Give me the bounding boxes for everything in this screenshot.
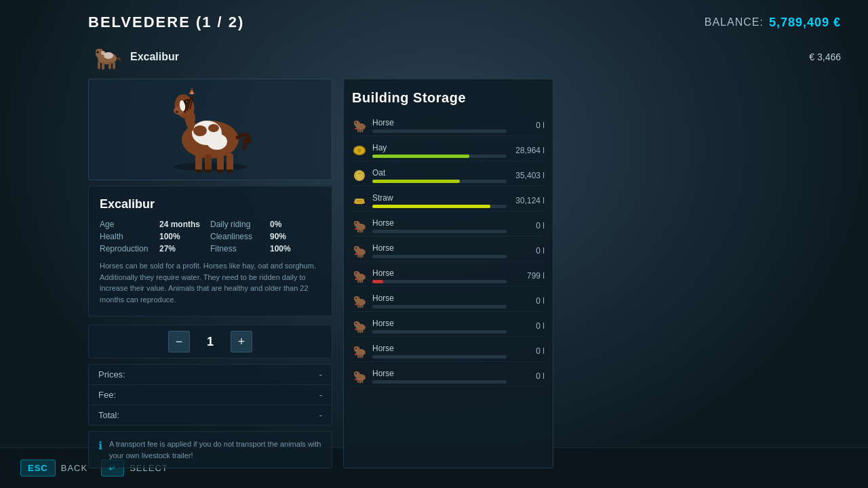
storage-item-name: Straw (372, 193, 507, 203)
storage-item-amount: 30,124 l (512, 196, 545, 205)
animal-description: Horses can be sold for a profit. Horses … (100, 260, 321, 305)
building-title: BELVEDERE (1 / 2) (88, 14, 244, 31)
stat-health-label: Health (100, 232, 154, 241)
storage-item: Oat 35,403 l (352, 165, 545, 186)
svg-rect-41 (355, 128, 357, 129)
svg-rect-89 (355, 329, 357, 330)
stat-age-value: 24 months (159, 220, 200, 229)
quantity-plus-button[interactable]: + (231, 331, 252, 352)
svg-rect-49 (354, 201, 365, 203)
svg-rect-101 (357, 380, 359, 383)
storage-item-info: Horse (372, 243, 507, 258)
fee-value: - (319, 390, 322, 400)
storage-item-amount: 0 l (512, 221, 545, 230)
storage-item-icon (352, 118, 367, 133)
animal-list-item[interactable]: Excalibur € 3,466 (0, 38, 868, 76)
stat-daily-riding-label: Daily riding (210, 220, 264, 229)
storage-item: Straw 30,124 l (352, 190, 545, 211)
svg-rect-54 (359, 230, 361, 233)
storage-item-icon (352, 168, 367, 183)
storage-bar (372, 330, 507, 333)
stat-health-value: 100% (159, 232, 180, 241)
storage-item-info: Horse (372, 319, 507, 333)
storage-item: Horse 0 l (352, 291, 545, 312)
storage-item-info: Hay (372, 143, 507, 158)
stat-daily-riding: Daily riding 0% (210, 220, 321, 229)
svg-rect-87 (361, 330, 363, 333)
svg-rect-94 (359, 355, 361, 359)
total-label: Total: (98, 410, 119, 420)
balance-section: BALANCE: 5,789,409 € (705, 16, 841, 30)
storage-item-icon (352, 143, 367, 158)
svg-rect-93 (357, 354, 359, 358)
stat-fitness-value: 100% (270, 244, 291, 253)
storage-item-amount: 0 l (512, 121, 545, 130)
svg-point-15 (207, 134, 227, 150)
total-row: Total: - (89, 405, 332, 425)
storage-item-name: Horse (372, 344, 507, 353)
main-wrapper: BELVEDERE (1 / 2) BALANCE: 5,789,409 € (0, 0, 868, 488)
storage-bar (372, 280, 507, 283)
fee-label: Fee: (98, 390, 116, 400)
svg-rect-103 (361, 380, 363, 384)
svg-rect-97 (355, 354, 357, 355)
storage-item-icon (352, 293, 367, 308)
stat-health: Health 100% (100, 232, 210, 241)
stat-daily-riding-value: 0% (270, 220, 281, 229)
storage-item-name: Horse (372, 218, 507, 228)
svg-rect-28 (226, 153, 233, 172)
svg-rect-86 (359, 330, 361, 333)
svg-rect-62 (359, 255, 361, 258)
storage-item: Horse 0 l (352, 316, 545, 337)
storage-item-amount: 0 l (512, 346, 545, 356)
info-icon: ℹ (98, 439, 102, 452)
main-content: Excalibur Age 24 months Daily riding 0% … (0, 79, 868, 468)
stat-cleanliness-label: Cleanliness (210, 232, 264, 241)
storage-item-amount: 799 l (512, 271, 545, 281)
storage-item-name: Hay (372, 143, 507, 152)
storage-item-info: Horse (372, 369, 507, 384)
storage-bar (372, 205, 507, 208)
storage-bar (372, 180, 507, 183)
storage-item-amount: 0 l (512, 371, 545, 381)
svg-point-72 (355, 272, 357, 274)
storage-item-icon (352, 319, 367, 333)
svg-rect-81 (355, 304, 357, 305)
svg-rect-79 (361, 305, 363, 308)
storage-item-icon (352, 268, 367, 283)
svg-rect-39 (361, 129, 363, 133)
storage-item-info: Horse (372, 344, 507, 359)
svg-point-9 (104, 52, 113, 59)
svg-point-11 (97, 52, 99, 54)
prices-label: Prices: (98, 369, 125, 380)
storage-item-info: Horse (372, 218, 507, 233)
animal-name-sidebar: Excalibur (130, 51, 179, 63)
storage-title: Building Storage (352, 90, 545, 106)
pricing-section: Prices: - Fee: - Total: - (88, 364, 332, 426)
svg-rect-2 (98, 61, 100, 69)
transport-text: A transport fee is applied if you do not… (109, 439, 322, 461)
storage-item-amount: 0 l (512, 246, 545, 256)
svg-rect-29 (195, 169, 202, 173)
storage-item-amount: 0 l (512, 296, 545, 306)
svg-point-88 (355, 323, 357, 324)
balance-label: BALANCE: (705, 16, 764, 28)
svg-rect-105 (355, 379, 357, 380)
storage-bar (372, 255, 507, 258)
svg-rect-37 (357, 129, 359, 132)
storage-item-name: Horse (372, 243, 507, 253)
quantity-value: 1 (190, 335, 231, 349)
storage-item-name: Horse (372, 369, 507, 378)
storage-item-amount: 0 l (512, 321, 545, 331)
storage-bar (372, 380, 507, 384)
quantity-minus-button[interactable]: − (168, 331, 190, 352)
svg-point-16 (193, 125, 207, 136)
balance-value: 5,789,409 € (769, 16, 841, 30)
svg-rect-65 (355, 253, 357, 255)
stat-cleanliness-value: 90% (270, 232, 286, 241)
stat-reproduction-label: Reproduction (100, 244, 154, 253)
svg-rect-53 (357, 229, 359, 232)
svg-point-20 (176, 111, 178, 113)
stat-age: Age 24 months (100, 220, 210, 229)
svg-rect-102 (359, 380, 361, 384)
